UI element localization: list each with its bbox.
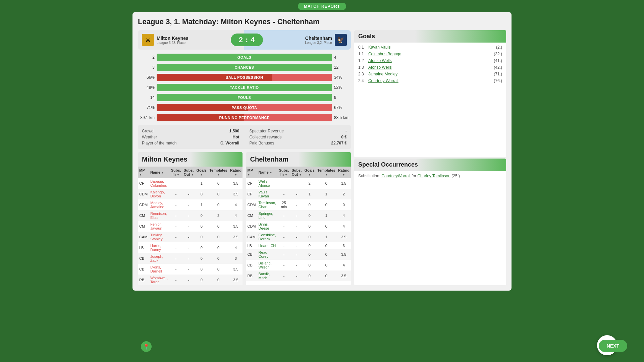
- player-name[interactable]: Heard, Chi: [257, 242, 278, 249]
- goal-score: 1:3: [358, 65, 368, 70]
- player-pos: CF: [246, 189, 257, 199]
- stat-right-value: 9: [334, 95, 351, 100]
- subs-out: -: [182, 242, 195, 253]
- stat-bar-bg: PASS QUOTA: [157, 104, 332, 111]
- player-name[interactable]: Joseph, Zack: [149, 253, 170, 264]
- home-col-templates[interactable]: Templates ▼: [208, 167, 229, 178]
- goal-scorer[interactable]: Afonso Wells: [368, 65, 494, 70]
- player-name[interactable]: Harris, Danny: [149, 242, 170, 253]
- stat-left-value: 71%: [138, 105, 155, 110]
- goal-scorer[interactable]: Afonso Wells: [368, 58, 494, 63]
- player-name[interactable]: Bisland, Wilson: [257, 260, 278, 270]
- away-score: 4: [251, 36, 255, 44]
- templates: 0: [208, 232, 229, 242]
- player-name[interactable]: Vauls, Kavan: [257, 189, 278, 199]
- player-pos: CB: [138, 264, 149, 275]
- stat-bar-bg: RUNNING PERFORMANCE: [157, 114, 332, 121]
- subs-out: -: [182, 210, 195, 221]
- goals: 0: [195, 242, 208, 253]
- subs-out: -: [182, 221, 195, 232]
- rating: 4: [337, 260, 351, 270]
- table-row: LB Harris, Danny - - 0 0 4: [138, 242, 243, 253]
- player-name[interactable]: Fenlon, Javaun: [149, 221, 170, 232]
- away-col-subs-in[interactable]: Subs. In ▼: [278, 167, 290, 178]
- subs-in: -: [170, 275, 182, 285]
- home-col-rating[interactable]: Rating ▼: [229, 167, 243, 178]
- special-player-out[interactable]: CourtneyWorrall: [381, 174, 410, 178]
- goal-score: 2:3: [358, 72, 368, 76]
- rating: 4: [337, 210, 351, 221]
- stat-bar-container: CHANCES: [157, 64, 332, 71]
- player-name[interactable]: Rennison, Elias: [149, 210, 170, 221]
- home-col-mp[interactable]: MP ▼: [138, 167, 149, 178]
- right-panel: Goals 0:1 Kavan Vauls (2.) 1:1 Columbus …: [354, 30, 506, 285]
- stat-left-value: 48%: [138, 85, 155, 90]
- subs-in: -: [170, 210, 182, 221]
- rating: 2: [337, 189, 351, 199]
- subs-out: -: [182, 178, 195, 189]
- score-separator: :: [246, 36, 248, 44]
- away-col-goals[interactable]: Goals ▼: [303, 167, 316, 178]
- templates: 0: [316, 242, 337, 249]
- goal-scorer[interactable]: Kavan Vauls: [368, 45, 496, 50]
- templates: 0: [208, 275, 229, 285]
- subs-out: -: [290, 199, 303, 210]
- player-name[interactable]: Lyons, Darnell: [149, 264, 170, 275]
- table-row: CDM Binns, Deese - - 0 0 4: [246, 221, 351, 232]
- special-player-in[interactable]: Charley Tomlinson: [417, 174, 450, 178]
- templates: 0: [316, 270, 337, 281]
- player-name[interactable]: Considine, Derrick: [257, 232, 278, 242]
- player-name[interactable]: Binns, Deese: [257, 221, 278, 232]
- subs-in: -: [170, 232, 182, 242]
- player-name[interactable]: Tinkley, Stanley: [149, 232, 170, 242]
- player-name[interactable]: Medley, Jamaine: [149, 199, 170, 210]
- home-col-subs-in[interactable]: Subs. In ▼: [170, 167, 182, 178]
- home-col-subs-out[interactable]: Subs. Out ▼: [182, 167, 195, 178]
- player-name[interactable]: Bursik, Mitch: [257, 270, 278, 281]
- home-col-name[interactable]: Name ▼: [149, 167, 170, 178]
- away-col-subs-out[interactable]: Subs. Out ▼: [290, 167, 303, 178]
- stat-label: PASS QUOTA: [231, 106, 257, 110]
- home-col-goals[interactable]: Goals ▼: [195, 167, 208, 178]
- stat-bar-container: TACKLE RATIO: [157, 84, 332, 91]
- goals: 0: [195, 189, 208, 199]
- player-name[interactable]: Springer, Lino: [257, 210, 278, 221]
- stat-label: CHANCES: [235, 65, 254, 69]
- goal-scorer[interactable]: Courtney Worrall: [368, 78, 494, 83]
- player-pos: CAM: [246, 232, 257, 242]
- templates: 0: [316, 249, 337, 260]
- rating: 3.5: [229, 221, 243, 232]
- subs-in: -: [278, 232, 290, 242]
- rating: 3: [337, 242, 351, 249]
- templates: 0: [208, 189, 229, 199]
- player-name[interactable]: Wombwell, Tareq: [149, 275, 170, 285]
- goals: 0: [195, 210, 208, 221]
- stat-row: 2GOALS4: [138, 53, 351, 62]
- rating: 3.5: [337, 232, 351, 242]
- player-pos: CB: [246, 249, 257, 260]
- player-name[interactable]: Kalengo, Devon: [149, 189, 170, 199]
- templates: 0: [208, 178, 229, 189]
- table-row: CM Springer, Lino - - 0 1 4: [246, 210, 351, 221]
- location-button[interactable]: 📍: [141, 341, 152, 352]
- extra-stat-label: Crowd: [142, 129, 154, 133]
- goal-scorer[interactable]: Jamaine Medley: [368, 72, 494, 76]
- player-name[interactable]: Read, Corey: [257, 249, 278, 260]
- away-col-name[interactable]: Name ▼: [257, 167, 278, 178]
- subs-out: -: [290, 210, 303, 221]
- next-button[interactable]: NEXT: [599, 340, 627, 352]
- away-col-templates[interactable]: Templates ▼: [316, 167, 337, 178]
- stat-right-value: 34%: [334, 75, 351, 80]
- away-col-mp[interactable]: MP ▼: [246, 167, 257, 178]
- player-name[interactable]: Bapaga, Columbus: [149, 178, 170, 189]
- stat-left-value: 3: [138, 65, 155, 70]
- page-title: League 3, 1. Matchday: Milton Keynes - C…: [138, 17, 506, 26]
- player-name[interactable]: Wells, Afonso: [257, 178, 278, 189]
- stat-row: 66%BALL POSSESSION34%: [138, 73, 351, 82]
- goal-scorer[interactable]: Columbus Bapaga: [368, 52, 494, 56]
- away-col-rating[interactable]: Rating ▼: [337, 167, 351, 178]
- two-col-layout: ⚔ Milton Keynes League 3,23. Place 2 : 4: [138, 30, 506, 285]
- match-report-button[interactable]: MATCH REPORT: [298, 3, 346, 10]
- player-name[interactable]: Tomlinson, Charl...: [257, 199, 278, 210]
- goal-time: (2.): [496, 45, 502, 50]
